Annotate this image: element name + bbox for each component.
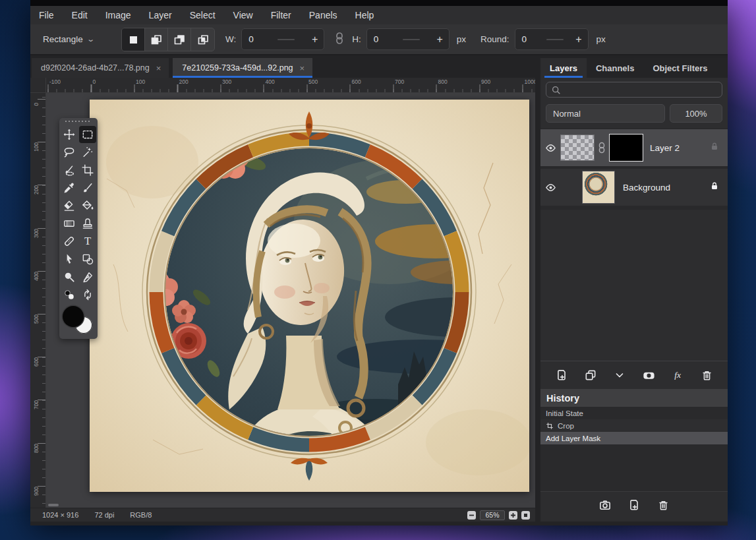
mini-colors-icon[interactable]	[61, 286, 78, 303]
duplicate-layer-icon[interactable]	[583, 368, 598, 382]
visibility-eye-icon[interactable]	[540, 142, 560, 154]
lasso-tool[interactable]	[61, 144, 78, 161]
ruler-left: 0100200300400500600700800900	[30, 93, 46, 508]
zoom-in-button[interactable]	[509, 511, 517, 520]
snapshot-camera-icon[interactable]	[598, 498, 612, 512]
crop-tool[interactable]	[79, 162, 96, 179]
delete-state-icon[interactable]	[656, 498, 670, 512]
move-tool[interactable]	[61, 126, 78, 143]
pen-tool[interactable]	[79, 268, 96, 285]
lock-icon[interactable]	[709, 181, 720, 194]
height-label: H:	[352, 34, 361, 44]
new-document-from-state-icon[interactable]	[627, 498, 641, 512]
menu-item[interactable]: Select	[190, 10, 216, 20]
eraser-tool[interactable]	[61, 197, 78, 214]
menu-item[interactable]: Filter	[271, 10, 291, 20]
new-shape-button[interactable]	[122, 28, 145, 51]
type-tool[interactable]: T	[79, 233, 96, 250]
menu-item[interactable]: View	[233, 10, 253, 20]
zoom-fit-button[interactable]	[521, 511, 530, 520]
union-shape-button[interactable]	[145, 28, 168, 51]
palette-drag-handle[interactable]	[65, 121, 92, 123]
height-input[interactable]: 0 +	[366, 28, 450, 50]
new-layer-icon[interactable]	[554, 368, 569, 382]
history-item[interactable]: Crop	[540, 419, 728, 432]
menu-item[interactable]: Image	[105, 10, 131, 20]
opacity-field[interactable]: 100%	[670, 104, 722, 123]
swap-colors-icon[interactable]	[79, 286, 96, 303]
width-slider-handle[interactable]	[277, 39, 295, 40]
layer-effects-icon[interactable]: fx	[670, 368, 685, 382]
menu-item[interactable]: Layer	[149, 10, 172, 20]
paint-bucket-tool[interactable]	[79, 197, 96, 214]
round-input[interactable]: 0 +	[515, 28, 589, 50]
round-unit: px	[596, 34, 606, 44]
path-select-tool[interactable]	[61, 251, 78, 268]
canvas-document[interactable]	[90, 100, 529, 492]
close-tab-icon[interactable]: ×	[300, 63, 305, 73]
foreground-color-swatch[interactable]	[63, 306, 84, 327]
eyedropper-tool[interactable]	[61, 179, 78, 196]
layers-list: Layer 2 Background	[540, 128, 728, 210]
clone-stamp-tool[interactable]	[79, 215, 96, 232]
chevron-down-icon: ⌄	[86, 35, 95, 44]
shape-tool[interactable]	[79, 251, 96, 268]
tool-palette: T	[59, 118, 98, 339]
close-tab-icon[interactable]: ×	[156, 63, 161, 73]
visibility-eye-icon[interactable]	[540, 182, 560, 193]
shape-type-select[interactable]: Rectangle ⌄	[43, 34, 94, 44]
document-area: d92f0204-26ad-4b27...78.png × 7e210259-7…	[30, 58, 535, 522]
chevron-down-icon[interactable]	[612, 368, 627, 382]
round-slider-handle[interactable]	[546, 39, 564, 40]
height-increase-button[interactable]: +	[436, 34, 442, 45]
rectangle-select-tool[interactable]	[79, 126, 96, 143]
search-icon	[551, 85, 561, 95]
subtract-shape-button[interactable]	[168, 28, 191, 51]
magic-wand-tool[interactable]	[79, 144, 96, 161]
panel-tab[interactable]: Layers	[540, 58, 587, 78]
intersect-shape-button[interactable]	[191, 28, 214, 51]
history-empty-area	[540, 444, 728, 491]
menu-bar: FileEditImageLayerSelectViewFilterPanels…	[30, 6, 728, 24]
quick-select-tool[interactable]	[61, 162, 78, 179]
width-input[interactable]: 0 +	[241, 28, 324, 50]
width-increase-button[interactable]: +	[312, 34, 318, 45]
menu-item[interactable]: File	[39, 10, 54, 20]
gradient-tool[interactable]	[61, 215, 78, 232]
status-bar: 1024 × 916 72 dpi RGB/8 65%	[30, 508, 535, 522]
mask-link-icon[interactable]	[595, 142, 609, 154]
round-increase-button[interactable]: +	[575, 34, 581, 45]
layer-thumbnail-image[interactable]	[582, 171, 615, 204]
lock-icon[interactable]	[709, 141, 720, 154]
menu-item[interactable]: Help	[355, 10, 374, 20]
doc-dimensions: 1024 × 916	[42, 511, 78, 519]
layer-thumbnail-transparent[interactable]	[560, 135, 595, 161]
layer-mask-thumbnail[interactable]	[609, 134, 643, 162]
horizontal-scrollbar[interactable]	[48, 504, 59, 506]
zoom-tool[interactable]	[61, 268, 78, 285]
panel-tab[interactable]: Object Filters	[643, 58, 716, 78]
height-slider-handle[interactable]	[403, 39, 420, 40]
zoom-out-button[interactable]	[467, 511, 476, 520]
zoom-level-field[interactable]: 65%	[480, 510, 505, 520]
history-item[interactable]: Initial State	[540, 407, 728, 419]
layer-actions-bar: fx	[540, 361, 728, 389]
canvas-viewport[interactable]	[46, 93, 535, 508]
layer-search-input[interactable]	[546, 82, 722, 98]
blend-mode-select[interactable]: Normal	[546, 104, 665, 123]
link-dimensions-icon[interactable]	[334, 32, 345, 47]
layer-mask-icon[interactable]	[641, 368, 656, 382]
healing-patch-tool[interactable]	[61, 233, 78, 250]
brush-tool[interactable]	[79, 179, 96, 196]
document-artwork	[90, 100, 529, 492]
menu-item[interactable]: Panels	[309, 10, 337, 20]
delete-layer-icon[interactable]	[699, 368, 714, 382]
layer-row-background[interactable]: Background	[540, 169, 728, 206]
document-tab[interactable]: 7e210259-733a-459d...92.png ×	[173, 58, 312, 78]
panel-tab[interactable]: Channels	[587, 58, 644, 78]
document-tab[interactable]: d92f0204-26ad-4b27...78.png ×	[32, 58, 169, 78]
menu-item[interactable]: Edit	[72, 10, 88, 20]
layer-row-layer2[interactable]: Layer 2	[540, 129, 728, 166]
history-item[interactable]: Add Layer Mask	[540, 432, 728, 444]
window-titlebar	[30, 0, 728, 6]
